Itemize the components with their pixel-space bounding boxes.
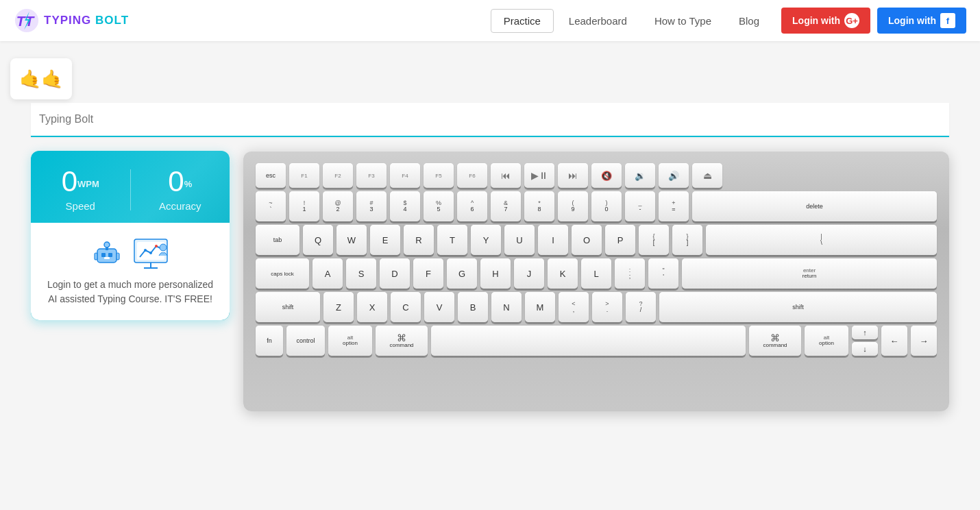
key-l[interactable]: L [581, 258, 611, 289]
nav-practice[interactable]: Practice [491, 9, 554, 33]
key-tab[interactable]: tab [256, 225, 299, 255]
key-q[interactable]: Q [303, 225, 333, 255]
key-9[interactable]: (9 [558, 191, 588, 221]
key-4[interactable]: $4 [390, 191, 420, 221]
svg-rect-12 [137, 242, 164, 260]
key-c[interactable]: C [391, 292, 421, 322]
key-shift-right[interactable]: shift [659, 292, 937, 322]
key-m[interactable]: M [525, 292, 555, 322]
key-option-left[interactable]: alt option [328, 326, 372, 356]
key-f5[interactable]: F5 [424, 163, 454, 188]
number-row: ~` !1 @2 #3 $4 %5 ^6 &7 *8 (9 )0 _- += d… [256, 191, 937, 221]
key-r[interactable]: R [404, 225, 434, 255]
key-delete[interactable]: delete [692, 191, 937, 221]
key-arrow-up[interactable]: ↑ [852, 326, 878, 339]
key-5[interactable]: %5 [424, 191, 454, 221]
key-f[interactable]: F [413, 258, 443, 289]
key-p[interactable]: P [605, 225, 635, 255]
accuracy-number: 0 [168, 165, 184, 197]
key-g[interactable]: G [447, 258, 477, 289]
asdf-row: caps lock A S D F G H J K L :; "' enterr… [256, 258, 937, 289]
key-w[interactable]: W [336, 225, 367, 255]
key-h[interactable]: H [480, 258, 511, 289]
key-space[interactable] [431, 326, 746, 356]
key-lbracket[interactable]: {[ [639, 225, 669, 255]
key-6[interactable]: ^6 [457, 191, 487, 221]
key-f3[interactable]: F3 [356, 163, 387, 188]
function-row: esc F1 F2 F3 F4 F5 F6 ⏮ ▶⏸ ⏭ 🔇 🔉 🔊 ⏏ [256, 163, 937, 188]
promo-text: Login to get a much more personalized AI… [45, 278, 216, 306]
key-arrow-right[interactable]: → [911, 326, 937, 356]
key-z[interactable]: Z [323, 292, 354, 322]
key-semicolon[interactable]: :; [615, 258, 645, 289]
key-d[interactable]: D [380, 258, 410, 289]
key-f10[interactable]: 🔇 [591, 163, 622, 188]
key-k[interactable]: K [548, 258, 578, 289]
key-f4[interactable]: F4 [390, 163, 420, 188]
key-j[interactable]: J [514, 258, 544, 289]
nav-how-to-type[interactable]: How to Type [642, 10, 724, 32]
key-t[interactable]: T [437, 225, 467, 255]
key-f9[interactable]: ⏭ [558, 163, 588, 188]
key-period[interactable]: >. [592, 292, 622, 322]
speed-label: Speed [31, 200, 130, 212]
key-f11[interactable]: 🔉 [625, 163, 655, 188]
key-f7[interactable]: ⏮ [491, 163, 521, 188]
key-arrow-left[interactable]: ← [881, 326, 907, 356]
key-o[interactable]: O [572, 225, 602, 255]
login-google-button[interactable]: Login with G+ [781, 8, 870, 34]
key-i[interactable]: I [538, 225, 568, 255]
key-2[interactable]: @2 [323, 191, 353, 221]
key-0[interactable]: )0 [591, 191, 622, 221]
key-backslash[interactable]: |\ [706, 225, 937, 255]
key-eject[interactable]: ⏏ [692, 163, 722, 188]
key-8[interactable]: *8 [524, 191, 554, 221]
key-esc[interactable]: esc [256, 163, 286, 188]
key-f2[interactable]: F2 [323, 163, 353, 188]
key-command-right[interactable]: ⌘ command [749, 326, 801, 356]
bottom-row: fn control alt option ⌘ command ⌘ comman… [256, 326, 937, 356]
key-f1[interactable]: F1 [289, 163, 319, 188]
svg-point-15 [155, 245, 158, 247]
key-a[interactable]: A [313, 258, 343, 289]
key-minus[interactable]: _- [625, 191, 655, 221]
key-command-left[interactable]: ⌘ command [376, 326, 428, 356]
logo[interactable]: TT TYPING BOLT [14, 8, 129, 34]
nav-blog[interactable]: Blog [726, 10, 772, 32]
key-quote[interactable]: "' [648, 258, 678, 289]
key-comma[interactable]: <, [559, 292, 589, 322]
typing-input[interactable] [31, 103, 949, 137]
nav-leaderboard[interactable]: Leaderboard [556, 10, 639, 32]
key-x[interactable]: X [357, 292, 387, 322]
svg-point-18 [160, 244, 167, 251]
key-e[interactable]: E [370, 225, 400, 255]
key-control[interactable]: control [286, 326, 325, 356]
key-n[interactable]: N [491, 292, 522, 322]
key-u[interactable]: U [504, 225, 535, 255]
svg-point-14 [149, 252, 152, 254]
key-3[interactable]: #3 [356, 191, 387, 221]
key-y[interactable]: Y [471, 225, 501, 255]
key-v[interactable]: V [424, 292, 454, 322]
facebook-icon: f [940, 13, 955, 28]
login-facebook-button[interactable]: Login with f [877, 8, 966, 34]
key-enter[interactable]: enterreturn [682, 258, 937, 289]
key-fn[interactable]: fn [256, 326, 283, 356]
key-s[interactable]: S [346, 258, 376, 289]
svg-rect-10 [117, 253, 119, 260]
key-option-right[interactable]: alt option [805, 326, 848, 356]
key-rbracket[interactable]: }] [672, 225, 702, 255]
key-shift-left[interactable]: shift [256, 292, 320, 322]
key-capslock[interactable]: caps lock [256, 258, 309, 289]
key-b[interactable]: B [458, 292, 488, 322]
key-1[interactable]: !1 [289, 191, 319, 221]
key-slash[interactable]: ?/ [626, 292, 656, 322]
key-equals[interactable]: += [659, 191, 689, 221]
key-arrow-down[interactable]: ↓ [852, 342, 878, 356]
key-backtick[interactable]: ~` [256, 191, 286, 221]
key-f12[interactable]: 🔊 [659, 163, 689, 188]
key-7[interactable]: &7 [491, 191, 521, 221]
key-f6[interactable]: F6 [457, 163, 487, 188]
chart-icon [132, 236, 170, 269]
key-f8[interactable]: ▶⏸ [524, 163, 554, 188]
